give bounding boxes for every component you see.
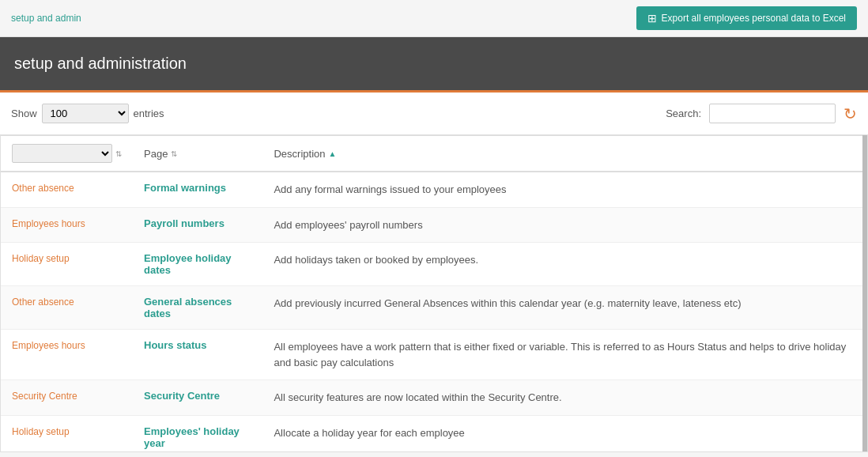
cell-description: Add previously incurred General Absences… — [262, 286, 862, 330]
description-text: All security features are now located wi… — [274, 391, 561, 403]
table-container: Other absence Employees hours Holiday se… — [0, 134, 868, 452]
col-header-page[interactable]: Page ⇅ — [133, 136, 262, 172]
description-text: Add employees' payroll numbers — [274, 219, 422, 231]
category-text: Holiday setup — [12, 253, 70, 264]
page-link[interactable]: Employees' holiday year — [144, 425, 240, 449]
page-title: setup and administration — [14, 55, 854, 73]
description-text: Allocate a holiday year for each employe… — [274, 427, 464, 439]
cell-description: All security features are now located wi… — [262, 380, 862, 416]
cell-category: Holiday setup — [1, 415, 133, 451]
search-area: Search: ↻ — [666, 104, 857, 123]
description-sort-icon: ▲ — [328, 149, 336, 158]
entries-label: entries — [134, 108, 164, 119]
page-header: setup and administration — [0, 37, 868, 93]
cell-description: Add employees' payroll numbers — [262, 207, 862, 243]
category-sort-icon: ⇅ — [115, 149, 122, 158]
description-text: Add any formal warnings issued to your e… — [274, 183, 506, 195]
breadcrumb-link[interactable]: setup and admin — [11, 13, 81, 24]
search-label: Search: — [666, 108, 701, 119]
table-row: Holiday setupEmployee holiday datesAdd h… — [1, 243, 862, 286]
table-body: Other absenceFormal warningsAdd any form… — [1, 172, 862, 451]
cell-description: Add any formal warnings issued to your e… — [262, 172, 862, 207]
refresh-icon: ↻ — [843, 105, 857, 123]
page-link[interactable]: General absences dates — [144, 296, 232, 319]
cell-description: Allocate a holiday year for each employe… — [262, 415, 862, 451]
cell-page[interactable]: Security Centre — [133, 380, 262, 416]
show-label: Show — [11, 108, 37, 119]
cell-category: Employees hours — [1, 207, 133, 243]
data-table: Other absence Employees hours Holiday se… — [1, 135, 862, 451]
category-text: Other absence — [12, 183, 74, 194]
show-entries-control: Show 100 10 25 50 entries — [11, 104, 164, 123]
table-row: Security CentreSecurity CentreAll securi… — [1, 380, 862, 416]
category-text: Holiday setup — [12, 426, 70, 437]
cell-page[interactable]: General absences dates — [133, 286, 262, 330]
table-row: Holiday setupEmployees' holiday yearAllo… — [1, 415, 862, 451]
cell-page[interactable]: Employees' holiday year — [133, 415, 262, 451]
cell-category: Employees hours — [1, 330, 133, 380]
page-link[interactable]: Hours status — [144, 339, 206, 351]
page-sort-icon: ⇅ — [171, 149, 177, 158]
cell-category: Security Centre — [1, 380, 133, 416]
cell-category: Other absence — [1, 172, 133, 207]
cell-category: Other absence — [1, 286, 133, 330]
cell-page[interactable]: Formal warnings — [133, 172, 262, 207]
cell-page[interactable]: Hours status — [133, 330, 262, 380]
category-text: Security Centre — [12, 391, 77, 402]
table-row: Other absenceFormal warningsAdd any form… — [1, 172, 862, 207]
page-link[interactable]: Security Centre — [144, 390, 220, 402]
search-input[interactable] — [709, 104, 836, 123]
category-text: Employees hours — [12, 340, 85, 351]
col-header-category[interactable]: Other absence Employees hours Holiday se… — [1, 136, 133, 172]
cell-description: Add holidays taken or booked by employee… — [262, 243, 862, 286]
category-text: Other absence — [12, 296, 74, 308]
grid-icon: ⊞ — [647, 12, 657, 25]
export-button[interactable]: ⊞ Export all employees personal data to … — [636, 6, 857, 30]
cell-category: Holiday setup — [1, 243, 133, 286]
table-header: Other absence Employees hours Holiday se… — [1, 136, 862, 172]
refresh-button[interactable]: ↻ — [843, 104, 857, 123]
category-filter-select[interactable]: Other absence Employees hours Holiday se… — [12, 144, 112, 163]
table-row: Employees hoursPayroll numbersAdd employ… — [1, 207, 862, 243]
page-link[interactable]: Payroll numbers — [144, 217, 225, 229]
description-text: Add previously incurred General Absences… — [274, 297, 741, 309]
col-header-description[interactable]: Description ▲ — [262, 136, 862, 172]
page-link[interactable]: Formal warnings — [144, 182, 226, 194]
description-text: Add holidays taken or booked by employee… — [274, 254, 478, 266]
table-row: Employees hoursHours statusAll employees… — [1, 330, 862, 380]
controls-bar: Show 100 10 25 50 entries Search: ↻ — [0, 93, 868, 134]
description-text: All employees have a work pattern that i… — [274, 341, 846, 368]
page-link[interactable]: Employee holiday dates — [144, 252, 232, 276]
table-wrapper[interactable]: Other absence Employees hours Holiday se… — [1, 135, 867, 451]
cell-description: All employees have a work pattern that i… — [262, 330, 862, 380]
cell-page[interactable]: Employee holiday dates — [133, 243, 262, 286]
table-row: Other absenceGeneral absences datesAdd p… — [1, 286, 862, 330]
category-text: Employees hours — [12, 218, 85, 229]
top-bar: setup and admin ⊞ Export all employees p… — [0, 0, 868, 37]
entries-per-page-select[interactable]: 100 10 25 50 — [42, 104, 129, 123]
cell-page[interactable]: Payroll numbers — [133, 207, 262, 243]
